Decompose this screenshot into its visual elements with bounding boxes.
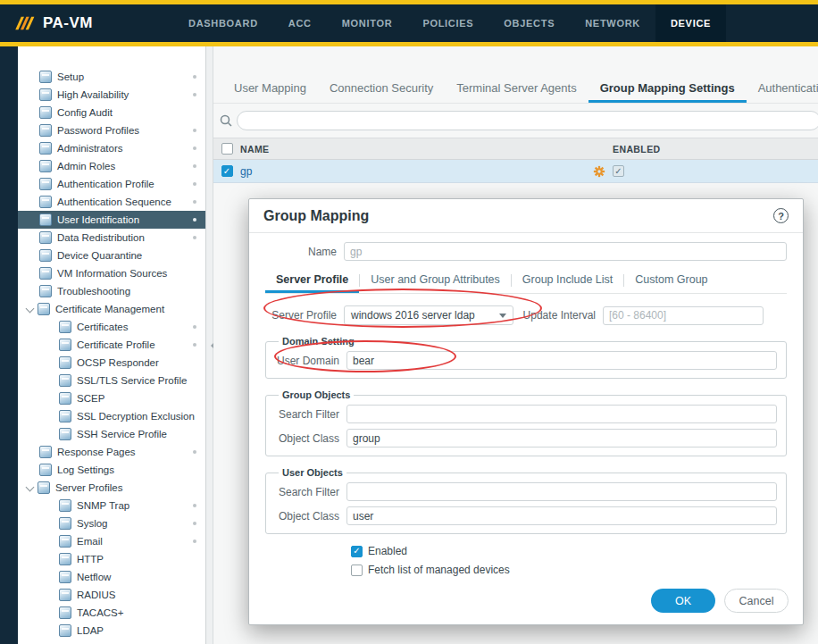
- nav-objects[interactable]: OBJECTS: [488, 4, 570, 42]
- tab-user-mapping[interactable]: User Mapping: [222, 74, 318, 103]
- update-interval-input[interactable]: [603, 306, 764, 325]
- tab-connection-security[interactable]: Connection Security: [318, 74, 445, 103]
- sidebar-item-data-redistribution[interactable]: Data Redistribution: [18, 229, 205, 247]
- ssl-tls-lock-icon: [59, 374, 71, 387]
- table-row[interactable]: gp: [213, 160, 818, 183]
- cancel-button[interactable]: Cancel: [724, 589, 789, 613]
- syslog-icon: [59, 517, 71, 530]
- sidebar-item-netflow[interactable]: Netflow: [18, 568, 205, 586]
- tab-group-include-list[interactable]: Group Include List: [512, 268, 623, 293]
- tab-terminal-server-agents[interactable]: Terminal Server Agents: [445, 74, 588, 103]
- sidebar-item-label: SSL Decryption Exclusion: [77, 411, 195, 422]
- ldap-icon: [59, 624, 71, 637]
- sidebar-item-label: Administrators: [57, 143, 123, 154]
- sidebar-item-label: Email: [77, 536, 103, 547]
- sidebar-item-tacacs[interactable]: TACACS+: [18, 604, 205, 622]
- sidebar-item-ldap[interactable]: LDAP: [18, 622, 205, 640]
- tab-custom-group[interactable]: Custom Group: [624, 268, 718, 293]
- sidebar-item-label: Certificates: [77, 322, 129, 332]
- sidebar-item-certificates[interactable]: Certificates: [18, 318, 205, 336]
- nav-network[interactable]: NETWORK: [570, 4, 655, 42]
- domain-setting-legend: Domain Setting: [279, 336, 358, 347]
- table-search-row: [213, 104, 818, 138]
- group-mapping-name-link[interactable]: gp: [240, 165, 252, 178]
- sidebar-item-ssl-decryption-exclusion[interactable]: SSL Decryption Exclusion: [18, 407, 205, 425]
- user-search-filter-input[interactable]: [346, 482, 777, 501]
- name-label: Name: [265, 246, 344, 258]
- sidebar-item-email[interactable]: Email: [18, 532, 205, 550]
- tab-authentication-portal[interactable]: Authentication Portal: [747, 74, 818, 103]
- group-object-class-input[interactable]: [346, 429, 777, 447]
- sidebar-item-troubleshooting[interactable]: Troubleshooting: [18, 282, 205, 300]
- item-dot: [193, 325, 196, 329]
- gear-icon[interactable]: [593, 165, 605, 178]
- sidebar-item-ocsp-responder[interactable]: OCSP Responder: [18, 354, 205, 372]
- item-dot: [193, 236, 196, 239]
- chevron-down-icon[interactable]: [23, 483, 38, 492]
- sidebar-item-radius[interactable]: RADIUS: [18, 586, 205, 604]
- setup-icon: [39, 71, 52, 83]
- group-search-filter-input[interactable]: [346, 405, 777, 423]
- nav-monitor[interactable]: MONITOR: [327, 4, 408, 42]
- row-checkbox[interactable]: [221, 165, 233, 177]
- sidebar-item-server-profiles[interactable]: Server Profiles: [18, 479, 205, 497]
- server-profile-dropdown[interactable]: windows 2016 server ldap: [344, 305, 513, 325]
- sidebar-item-syslog[interactable]: Syslog: [18, 514, 205, 532]
- sidebar-item-vm-information-sources[interactable]: VM Information Sources: [18, 264, 205, 282]
- high-availability-icon: [39, 88, 52, 101]
- name-input[interactable]: [344, 242, 787, 261]
- sidebar-item-snmp-trap[interactable]: SNMP Trap: [18, 497, 205, 514]
- sidebar-item-setup[interactable]: Setup: [18, 68, 205, 86]
- enabled-checkbox-label: Enabled: [368, 545, 407, 557]
- sidebar-item-label: TACACS+: [77, 607, 124, 618]
- sidebar-item-high-availability[interactable]: High Availability: [18, 86, 205, 104]
- nav-dashboard[interactable]: DASHBOARD: [173, 4, 273, 42]
- sidebar-item-ssh-service-profile[interactable]: SSH Service Profile: [18, 425, 205, 443]
- sidebar-item-certificate-profile[interactable]: Certificate Profile: [18, 336, 205, 354]
- sidebar-item-certificate-management[interactable]: Certificate Management: [18, 300, 205, 318]
- nav-device[interactable]: DEVICE: [655, 4, 726, 42]
- sidebar-item-authentication-sequence[interactable]: Authentication Sequence: [18, 193, 205, 211]
- item-dot: [193, 75, 196, 79]
- sidebar-item-label: Syslog: [77, 518, 108, 529]
- sidebar-item-authentication-profile[interactable]: Authentication Profile: [18, 175, 205, 193]
- tab-user-and-group-attributes[interactable]: User and Group Attributes: [360, 268, 511, 293]
- tab-server-profile[interactable]: Server Profile: [265, 268, 359, 293]
- sidebar-item-response-pages[interactable]: Response Pages: [18, 443, 205, 461]
- sidebar-collapse-handle[interactable]: [206, 46, 213, 644]
- fetch-managed-devices-checkbox[interactable]: [351, 565, 363, 576]
- sidebar-item-http[interactable]: HTTP: [18, 550, 205, 568]
- sidebar-item-label: Data Redistribution: [57, 232, 145, 243]
- sidebar-item-config-audit[interactable]: Config Audit: [18, 104, 205, 121]
- sidebar-item-log-settings[interactable]: Log Settings: [18, 461, 205, 479]
- sidebar-item-user-identification[interactable]: User Identification: [18, 211, 205, 229]
- enabled-checkbox[interactable]: [613, 165, 624, 177]
- help-icon[interactable]: ?: [773, 208, 789, 223]
- sidebar-item-admin-roles[interactable]: Admin Roles: [18, 157, 205, 175]
- column-header-enabled[interactable]: ENABLED: [613, 144, 818, 155]
- user-object-class-input[interactable]: [346, 506, 777, 525]
- sidebar-item-label: VM Information Sources: [57, 268, 167, 279]
- item-dot: [193, 93, 196, 96]
- select-all-checkbox[interactable]: [221, 143, 233, 155]
- item-dot: [193, 218, 196, 222]
- user-identification-icon: [39, 213, 52, 226]
- ok-button[interactable]: OK: [651, 589, 715, 613]
- sidebar-item-scep[interactable]: SCEP: [18, 389, 205, 407]
- tab-group-mapping-settings[interactable]: Group Mapping Settings: [588, 74, 747, 103]
- nav-acc[interactable]: ACC: [273, 4, 327, 42]
- sidebar-item-password-profiles[interactable]: Password Profiles: [18, 121, 205, 139]
- device-sidebar: Setup High Availability Config Audit Pas…: [18, 46, 206, 644]
- search-input[interactable]: [237, 111, 818, 130]
- sidebar-item-ssl-tls-service-profile[interactable]: SSL/TLS Service Profile: [18, 372, 205, 389]
- sidebar-item-device-quarantine[interactable]: Device Quarantine: [18, 247, 205, 264]
- enabled-checkbox[interactable]: [351, 546, 363, 557]
- column-header-name[interactable]: NAME: [240, 144, 613, 155]
- user-domain-input[interactable]: [346, 351, 777, 370]
- sidebar-item-administrators[interactable]: Administrators: [18, 139, 205, 157]
- group-objects-fieldset: Group Objects Search Filter Object Class: [265, 389, 787, 456]
- chevron-down-icon[interactable]: [23, 305, 38, 314]
- nav-policies[interactable]: POLICIES: [407, 4, 488, 42]
- item-dot: [193, 522, 196, 525]
- dialog-tabs: Server Profile User and Group Attributes…: [265, 268, 787, 294]
